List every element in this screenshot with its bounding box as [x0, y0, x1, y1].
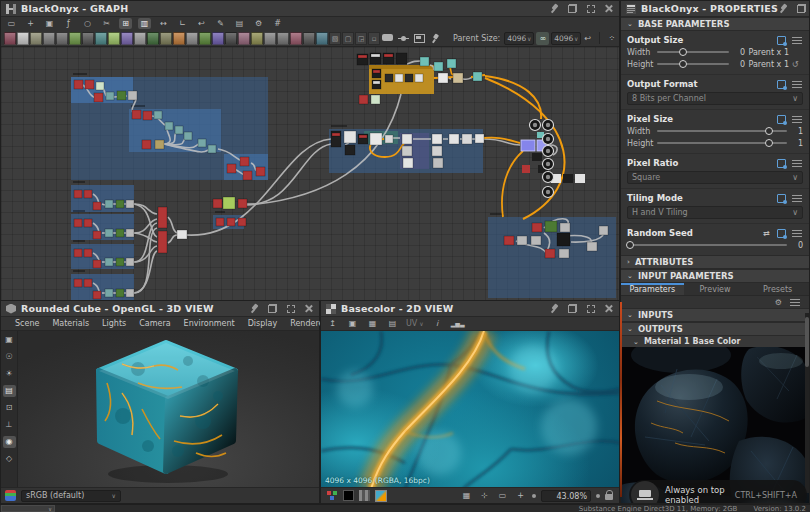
background-swatch[interactable] — [343, 490, 354, 501]
status-widget[interactable]: ∨ — [1, 505, 55, 512]
close-icon[interactable] — [303, 303, 314, 314]
height-mode[interactable]: Parent x 1 — [745, 60, 789, 69]
view3d-viewport[interactable] — [18, 331, 319, 487]
node-height-icon[interactable] — [251, 32, 263, 45]
section-inputs[interactable]: ⌄ INPUTS — [621, 308, 809, 322]
menu-item[interactable]: Camera — [139, 319, 170, 328]
graph-canvas[interactable] — [1, 47, 619, 300]
edit-tool-icon[interactable]: ✎ — [214, 18, 227, 29]
node-tile-icon[interactable] — [134, 32, 146, 45]
close-icon[interactable] — [603, 303, 614, 314]
frame-dashed-icon[interactable]: ▫ — [368, 32, 380, 45]
width-mode[interactable]: Parent x 1 — [745, 48, 789, 57]
node-curve-icon[interactable] — [69, 32, 81, 45]
fit-view-icon[interactable]: ⊡ — [3, 402, 16, 414]
thumbnails-icon[interactable]: ▥ — [138, 18, 151, 29]
link-wh-icon[interactable]: ∞ — [536, 32, 549, 45]
random-seed-slider[interactable] — [627, 244, 787, 246]
reset-size-icon[interactable]: ↩ — [581, 33, 594, 44]
section-attributes[interactable]: › ATTRIBUTES — [621, 255, 809, 269]
inherit-icon[interactable] — [777, 36, 786, 45]
grid-toggle-icon[interactable]: ▦ — [460, 490, 473, 501]
node-sphere-icon[interactable] — [186, 32, 198, 45]
properties-scrollbar[interactable] — [805, 313, 809, 493]
node-graph-item-icon[interactable] — [303, 32, 315, 45]
inherit-icon[interactable] — [777, 229, 786, 238]
frame-view-icon[interactable]: ▭ — [496, 490, 509, 501]
param-menu-icon[interactable] — [792, 229, 802, 238]
menu-item[interactable]: Lights — [102, 319, 126, 328]
tab-preview[interactable]: Preview — [684, 283, 747, 295]
shuffle-icon[interactable]: ⇄ — [763, 229, 770, 238]
copy-image-icon[interactable]: ▦ — [366, 318, 379, 329]
info-icon[interactable]: i — [431, 318, 444, 329]
camera-icon[interactable]: ▣ — [3, 334, 16, 346]
gear-icon[interactable]: ⚙ — [775, 298, 782, 307]
zoom-icon[interactable]: ○ — [81, 18, 94, 29]
straight-links-icon[interactable]: ↔ — [157, 18, 170, 29]
parent-height-select[interactable]: 4096∨ — [551, 32, 581, 45]
float-window-icon[interactable] — [567, 303, 578, 314]
parent-width-select[interactable]: 4096∨ — [504, 32, 534, 45]
tiling-mode-select[interactable]: H and V Tiling∨ — [627, 206, 803, 219]
histogram-icon[interactable]: ▂▅▃ — [451, 318, 464, 329]
graph-frames[interactable] — [71, 65, 616, 300]
environment-icon[interactable]: ☀ — [3, 368, 16, 380]
save-image-icon[interactable]: ▣ — [346, 318, 359, 329]
channel-split-icon[interactable] — [359, 490, 370, 501]
screenshot-icon[interactable]: ▣ — [43, 18, 56, 29]
background-image-icon[interactable]: ▤ — [386, 318, 399, 329]
node-quantize-icon[interactable] — [225, 32, 237, 45]
uv-mode-select[interactable]: UV∨ — [406, 319, 424, 328]
node-transform-icon[interactable] — [95, 32, 107, 45]
pixel-ratio-select[interactable]: Square∨ — [627, 171, 803, 184]
comment-icon[interactable] — [381, 32, 394, 45]
menu-item[interactable]: Scene — [15, 319, 39, 328]
elbow-links-icon[interactable]: ∟ — [176, 18, 189, 29]
param-menu-icon[interactable] — [792, 194, 802, 203]
frame-export-icon[interactable]: ◲ — [355, 32, 367, 45]
node-add-icon[interactable] — [147, 32, 159, 45]
lock-zoom-icon[interactable] — [605, 490, 614, 501]
tab-presets[interactable]: Presets — [746, 283, 809, 295]
pin-icon[interactable] — [778, 3, 789, 14]
node-text-icon[interactable] — [264, 32, 276, 45]
dot-node-icon[interactable] — [397, 32, 410, 45]
channels-rgb-ic on[interactable] — [326, 490, 338, 501]
frame-fit-icon[interactable]: ▢ — [342, 32, 354, 45]
axes-icon[interactable]: ⊥ — [3, 419, 16, 431]
output-width-slider[interactable] — [657, 51, 729, 53]
frame-note-icon[interactable] — [413, 32, 426, 45]
inherit-icon[interactable] — [777, 80, 786, 89]
tab-parameters[interactable]: Parameters — [621, 283, 684, 295]
graph-output-nodes[interactable] — [521, 120, 585, 198]
fit-view-icon[interactable]: ⊹ — [478, 490, 491, 501]
node-flood-fill-icon[interactable] — [290, 32, 302, 45]
export-image-icon[interactable]: ↥ — [326, 318, 339, 329]
menu-item[interactable]: Display — [248, 319, 278, 328]
clean-icon[interactable]: ⚙ — [252, 18, 265, 29]
zoom-out-icon[interactable] — [532, 494, 536, 498]
node-uniform-color-icon[interactable] — [30, 32, 42, 45]
tiling-preview-icon[interactable] — [375, 490, 387, 502]
node-normal-icon[interactable] — [199, 32, 211, 45]
pan-tool-icon[interactable]: + — [24, 18, 37, 29]
node-blend-icon[interactable] — [43, 32, 55, 45]
node-blur-icon[interactable] — [173, 32, 185, 45]
link-wh-icon[interactable]: ↺ — [789, 60, 801, 69]
node-channel-shuffle-icon[interactable] — [56, 32, 68, 45]
unlink-icon[interactable]: ✂ — [100, 18, 113, 29]
close-icon[interactable] — [603, 3, 614, 14]
list-menu-icon[interactable] — [790, 298, 800, 307]
output-material-base-color[interactable]: ⌄ Material 1 Base Color — [621, 336, 809, 347]
inherit-icon[interactable] — [777, 159, 786, 168]
node-hsl-icon[interactable] — [121, 32, 133, 45]
color-profile-select[interactable]: sRGB (default)∨ — [21, 490, 121, 502]
node-fxmap-icon[interactable] — [316, 32, 328, 45]
node-crop-icon[interactable] — [277, 32, 289, 45]
node-gradient-icon[interactable] — [108, 32, 120, 45]
section-base-parameters[interactable]: ⌄ BASE PARAMETERS — [621, 17, 809, 31]
output-preview-image[interactable]: Always on top enabled CTRL+SHIFT+A — [621, 347, 810, 504]
frame-add-icon[interactable]: ▧ — [329, 32, 341, 45]
pan-view-icon[interactable]: + — [514, 490, 527, 501]
